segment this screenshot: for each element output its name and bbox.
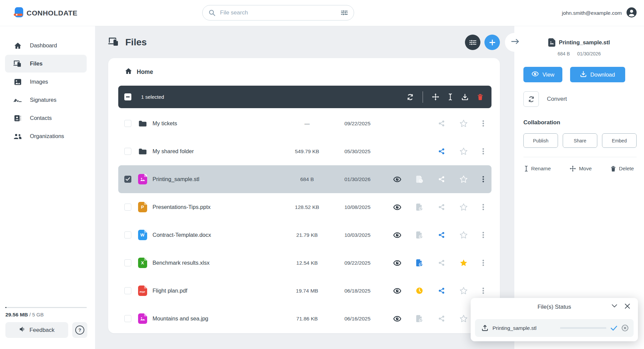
- close-icon[interactable]: [625, 304, 630, 309]
- status-icon[interactable]: [416, 287, 423, 294]
- file-type-icon: P: [132, 202, 153, 212]
- list-settings-button[interactable]: [465, 35, 480, 50]
- row-menu-icon[interactable]: [482, 288, 484, 294]
- row-menu-icon[interactable]: [482, 120, 484, 127]
- file-name[interactable]: My shared folder: [153, 148, 285, 155]
- sidebar-item-images[interactable]: Images: [5, 73, 87, 91]
- sidebar-item-signatures[interactable]: Signatures: [5, 91, 87, 109]
- row-menu-icon[interactable]: [482, 232, 484, 238]
- app-logo[interactable]: CONHOLDATE: [13, 7, 78, 19]
- delete-icon[interactable]: [477, 94, 483, 100]
- breadcrumb[interactable]: Home: [118, 58, 491, 86]
- move-action[interactable]: Move: [570, 166, 592, 172]
- user-menu[interactable]: john.smith@example.com: [562, 7, 644, 19]
- star-icon[interactable]: [460, 175, 468, 183]
- view-button[interactable]: View: [523, 67, 562, 82]
- star-icon[interactable]: [460, 147, 468, 155]
- search-filter-icon[interactable]: [341, 10, 348, 16]
- row-checkbox[interactable]: [124, 315, 131, 322]
- share-icon[interactable]: [438, 260, 445, 266]
- file-name[interactable]: Flight plan.pdf: [153, 288, 285, 294]
- file-name[interactable]: My tickets: [153, 120, 285, 127]
- help-button[interactable]: ?: [72, 322, 87, 338]
- table-row[interactable]: PDF Flight plan.pdf 19.74 MB 06/18/2025: [118, 277, 491, 305]
- select-all-checkbox[interactable]: [124, 93, 131, 100]
- table-row[interactable]: Mountains and sea.jpg 71.86 KB 06/16/202…: [118, 305, 491, 333]
- file-name[interactable]: Mountains and sea.jpg: [153, 315, 285, 322]
- view-icon[interactable]: [393, 260, 401, 266]
- status-icon[interactable]: [416, 315, 423, 322]
- sidebar-item-files[interactable]: Files: [5, 55, 87, 73]
- view-icon[interactable]: [393, 232, 401, 238]
- table-row[interactable]: W Contract-Template.docx 21.79 KB 10/03/…: [118, 221, 491, 249]
- view-icon[interactable]: [393, 316, 401, 322]
- row-checkbox[interactable]: [124, 287, 131, 294]
- status-icon[interactable]: [416, 231, 423, 239]
- row-menu-icon[interactable]: [482, 176, 484, 182]
- sidebar-item-organizations[interactable]: Organizations: [5, 127, 87, 145]
- star-icon[interactable]: [460, 203, 468, 211]
- share-icon[interactable]: [438, 148, 445, 155]
- star-icon[interactable]: [460, 120, 468, 127]
- storage-progress-bar: [5, 307, 87, 308]
- table-row[interactable]: X Benchmark results.xlsx 12.54 KB 09/22/…: [118, 249, 491, 277]
- table-row[interactable]: My tickets — 09/22/2025: [118, 110, 491, 137]
- row-checkbox[interactable]: [124, 259, 131, 266]
- view-icon[interactable]: [393, 176, 401, 182]
- download-icon[interactable]: [462, 94, 468, 100]
- cancel-upload-icon[interactable]: [621, 324, 629, 332]
- share-button[interactable]: Share: [563, 133, 597, 148]
- row-menu-icon[interactable]: [482, 260, 484, 266]
- share-icon[interactable]: [438, 176, 445, 182]
- file-name[interactable]: Presentations-Tips.pptx: [153, 204, 285, 210]
- file-name[interactable]: Printing_sample.stl: [153, 176, 285, 182]
- row-checkbox[interactable]: [124, 176, 131, 183]
- view-icon[interactable]: [393, 204, 401, 210]
- embed-button[interactable]: Embed: [602, 133, 637, 148]
- sidebar-item-dashboard[interactable]: Dashboard: [5, 37, 87, 54]
- file-name[interactable]: Benchmark results.xlsx: [153, 260, 285, 266]
- row-checkbox[interactable]: [124, 231, 131, 238]
- status-icon[interactable]: [416, 175, 423, 183]
- star-icon[interactable]: [460, 287, 468, 295]
- row-menu-icon[interactable]: [482, 204, 484, 210]
- row-checkbox[interactable]: [124, 204, 131, 211]
- rename-icon[interactable]: [448, 93, 453, 100]
- view-icon[interactable]: [393, 288, 401, 294]
- publish-button[interactable]: Publish: [523, 133, 558, 148]
- share-icon[interactable]: [438, 315, 445, 322]
- add-file-button[interactable]: [484, 35, 500, 50]
- sidebar-item-contacts[interactable]: Contacts: [5, 109, 87, 127]
- status-icon[interactable]: [416, 203, 423, 211]
- convert-icon[interactable]: [407, 94, 414, 100]
- row-checkbox[interactable]: [124, 120, 131, 127]
- avatar[interactable]: [627, 7, 637, 19]
- row-menu-icon[interactable]: [482, 148, 484, 155]
- share-icon[interactable]: [438, 232, 445, 238]
- convert-button[interactable]: [523, 91, 539, 107]
- download-button[interactable]: Download: [570, 67, 625, 82]
- rename-icon: [524, 166, 528, 172]
- search-input[interactable]: [219, 9, 341, 16]
- status-icon[interactable]: [416, 259, 423, 267]
- delete-action[interactable]: Delete: [611, 166, 634, 172]
- star-icon[interactable]: [460, 231, 468, 239]
- table-row[interactable]: Printing_sample.stl 684 B 01/30/2026: [118, 165, 491, 193]
- star-icon[interactable]: [460, 315, 468, 322]
- table-row[interactable]: My shared folder 549.79 KB 05/30/2025: [118, 137, 491, 165]
- star-icon[interactable]: [460, 259, 468, 267]
- eye-icon: [531, 71, 539, 78]
- move-icon[interactable]: [432, 93, 439, 100]
- rename-action[interactable]: Rename: [524, 166, 551, 172]
- table-row[interactable]: P Presentations-Tips.pptx 128.52 KB 10/0…: [118, 193, 491, 221]
- feedback-button[interactable]: Feedback: [5, 322, 68, 338]
- share-icon[interactable]: [438, 120, 445, 127]
- file-type-letter: PDF: [140, 291, 145, 294]
- file-name[interactable]: Contract-Template.docx: [153, 232, 285, 238]
- share-icon[interactable]: [438, 204, 445, 210]
- contact-card-icon: [13, 115, 22, 122]
- chevron-down-icon[interactable]: [612, 304, 617, 307]
- row-checkbox[interactable]: [124, 148, 131, 155]
- share-icon[interactable]: [438, 288, 445, 294]
- collapse-panel-icon[interactable]: [511, 39, 519, 44]
